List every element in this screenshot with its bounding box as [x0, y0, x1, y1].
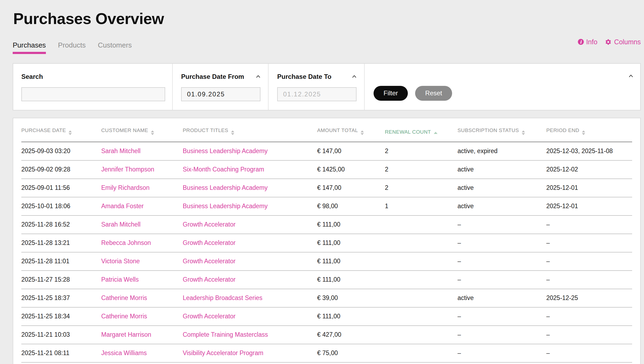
customer-name-link[interactable]: Rebecca Johnson	[101, 239, 151, 246]
cell-customer-name: Sarah Mitchell	[101, 215, 183, 234]
cell-product-titles: Growth Accelerator	[183, 215, 317, 234]
product-titles-link[interactable]: Business Leadership Academy	[183, 184, 268, 191]
cell-amount-total: € 147,00	[317, 142, 385, 160]
product-titles-link[interactable]: Visibility Accelerator Program	[183, 349, 263, 356]
column-header-renewal-count[interactable]: RENEWAL COUNT	[385, 118, 457, 142]
sort-icon	[361, 130, 364, 135]
table-header-row: PURCHASE DATECUSTOMER NAMEPRODUCT TITLES…	[21, 118, 632, 142]
purchases-table: PURCHASE DATECUSTOMER NAMEPRODUCT TITLES…	[21, 118, 632, 363]
cell-purchase-date: 2025-09-01 11:56	[21, 179, 101, 197]
customer-name-link[interactable]: Victoria Stone	[101, 258, 140, 265]
chevron-up-icon[interactable]	[352, 75, 357, 78]
cell-renewal-count	[385, 234, 457, 252]
cell-subscription-status: active	[457, 197, 546, 215]
product-titles-link[interactable]: Six-Month Coaching Program	[183, 166, 264, 173]
header-actions: i Info Columns	[578, 38, 641, 54]
cell-subscription-status: –	[457, 215, 546, 234]
page-title: Purchases Overview	[13, 10, 641, 28]
sort-icon	[151, 130, 154, 135]
customer-name-link[interactable]: Catherine Morris	[101, 313, 147, 320]
table-row: 2025-09-01 11:56Emily RichardsonBusiness…	[21, 179, 632, 197]
cell-product-titles: Business Leadership Academy	[183, 179, 317, 197]
tab-products[interactable]: Products	[58, 41, 86, 54]
column-label: SUBSCRIPTION STATUS	[457, 127, 519, 133]
cell-purchase-date: 2025-09-02 09:28	[21, 160, 101, 179]
cell-purchase-date: 2025-09-03 03:20	[21, 142, 101, 160]
filter-section-search: Search	[13, 64, 173, 110]
search-input[interactable]	[21, 87, 165, 101]
purchases-table-panel: PURCHASE DATECUSTOMER NAMEPRODUCT TITLES…	[13, 118, 641, 364]
collapse-filters-chevron-icon[interactable]	[629, 75, 633, 77]
customer-name-link[interactable]: Amanda Foster	[101, 203, 144, 210]
tab-purchases[interactable]: Purchases	[13, 41, 46, 54]
column-header-subscription-status[interactable]: SUBSCRIPTION STATUS	[457, 118, 546, 142]
cell-amount-total: € 39,00	[317, 289, 385, 307]
date-from-input[interactable]: 01.09.2025	[181, 87, 260, 101]
cell-period-end: 2025-12-02	[546, 160, 632, 179]
cell-customer-name: Jennifer Thompson	[101, 160, 183, 179]
cell-customer-name: Patricia Wells	[101, 271, 183, 289]
reset-button[interactable]: Reset	[415, 86, 452, 101]
info-button[interactable]: i Info	[578, 38, 598, 46]
cell-period-end: –	[546, 326, 632, 344]
cell-customer-name: Emily Richardson	[101, 179, 183, 197]
table-row: 2025-09-03 03:20Sarah MitchellBusiness L…	[21, 142, 632, 160]
cell-customer-name: Catherine Morris	[101, 289, 183, 307]
cell-purchase-date: 2025-11-25 18:34	[21, 307, 101, 326]
filter-section-actions: Filter Reset	[365, 64, 640, 110]
customer-name-link[interactable]: Sarah Mitchell	[101, 221, 141, 228]
customer-name-link[interactable]: Jennifer Thompson	[101, 166, 154, 173]
cell-product-titles: Complete Training Masterclass	[183, 326, 317, 344]
cell-customer-name: Catherine Morris	[101, 307, 183, 326]
table-row: 2025-10-01 18:06Amanda FosterBusiness Le…	[21, 197, 632, 215]
cell-product-titles: Growth Accelerator	[183, 252, 317, 271]
customer-name-link[interactable]: Catherine Morris	[101, 294, 147, 301]
cell-period-end: –	[546, 271, 632, 289]
product-titles-link[interactable]: Complete Training Masterclass	[183, 331, 268, 338]
cell-renewal-count	[385, 344, 457, 362]
product-titles-link[interactable]: Leadership Broadcast Series	[183, 294, 262, 301]
cell-renewal-count	[385, 252, 457, 271]
info-icon: i	[578, 39, 584, 45]
chevron-up-icon[interactable]	[256, 75, 260, 78]
product-titles-link[interactable]: Growth Accelerator	[183, 313, 236, 320]
cell-purchase-date: 2025-11-28 13:21	[21, 234, 101, 252]
product-titles-link[interactable]: Growth Accelerator	[183, 276, 236, 283]
product-titles-link[interactable]: Business Leadership Academy	[183, 203, 268, 210]
table-body: 2025-09-03 03:20Sarah MitchellBusiness L…	[21, 142, 632, 362]
search-label: Search	[21, 73, 172, 80]
table-row: 2025-11-21 08:11Jessica WilliamsVisibili…	[21, 344, 632, 362]
cell-renewal-count	[385, 289, 457, 307]
product-titles-link[interactable]: Growth Accelerator	[183, 221, 236, 228]
column-header-purchase-date[interactable]: PURCHASE DATE	[21, 118, 101, 142]
cell-renewal-count	[385, 326, 457, 344]
columns-button[interactable]: Columns	[605, 38, 641, 46]
tab-customers[interactable]: Customers	[98, 41, 132, 54]
product-titles-link[interactable]: Business Leadership Academy	[183, 147, 268, 154]
cell-subscription-status: –	[457, 252, 546, 271]
cell-period-end: 2025-12-03, 2025-11-08	[546, 142, 632, 160]
cell-renewal-count	[385, 307, 457, 326]
table-row: 2025-11-25 18:34Catherine MorrisGrowth A…	[21, 307, 632, 326]
customer-name-link[interactable]: Patricia Wells	[101, 276, 139, 283]
customer-name-link[interactable]: Sarah Mitchell	[101, 147, 141, 154]
cell-renewal-count: 1	[385, 197, 457, 215]
column-header-product-titles[interactable]: PRODUCT TITLES	[183, 118, 317, 142]
product-titles-link[interactable]: Growth Accelerator	[183, 258, 236, 265]
cell-renewal-count: 2	[385, 142, 457, 160]
column-label: PURCHASE DATE	[21, 127, 66, 133]
cell-subscription-status: active	[457, 160, 546, 179]
table-row: 2025-11-21 10:03Margaret HarrisonComplet…	[21, 326, 632, 344]
customer-name-link[interactable]: Jessica Williams	[101, 349, 147, 356]
cell-amount-total: € 111,00	[317, 271, 385, 289]
column-header-customer-name[interactable]: CUSTOMER NAME	[101, 118, 183, 142]
column-header-amount-total[interactable]: AMOUNT TOTAL	[317, 118, 385, 142]
customer-name-link[interactable]: Margaret Harrison	[101, 331, 151, 338]
table-row: 2025-11-28 16:52Sarah MitchellGrowth Acc…	[21, 215, 632, 234]
date-to-input[interactable]: 01.12.2025	[277, 87, 357, 101]
info-label: Info	[586, 38, 598, 46]
filter-button[interactable]: Filter	[374, 86, 408, 101]
customer-name-link[interactable]: Emily Richardson	[101, 184, 150, 191]
column-header-period-end[interactable]: PERIOD END	[546, 118, 632, 142]
product-titles-link[interactable]: Growth Accelerator	[183, 239, 236, 246]
